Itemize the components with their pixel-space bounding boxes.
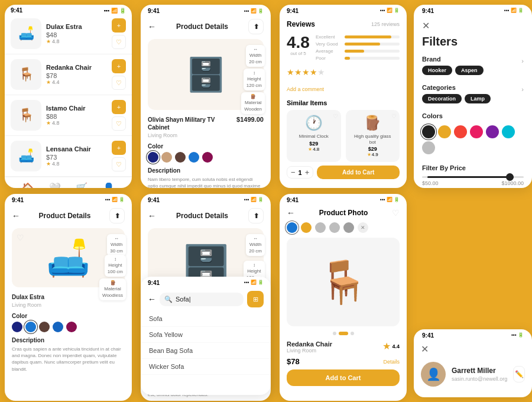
- profile-nav[interactable]: 👤: [103, 182, 115, 188]
- back-button-2[interactable]: ←: [12, 211, 20, 221]
- share-button[interactable]: ⬆: [248, 19, 264, 34]
- back-button-main[interactable]: ←: [148, 211, 156, 221]
- search-suggestion-item[interactable]: Wicker Sofa: [141, 359, 271, 375]
- add-to-cart-icon[interactable]: +: [112, 100, 126, 114]
- color-dot[interactable]: [25, 322, 36, 332]
- dimension-width: ↔Width20 cm: [246, 45, 265, 67]
- search-suggestion-item[interactable]: Sofa Yellow: [141, 327, 271, 343]
- brand-arrow[interactable]: ›: [521, 57, 524, 64]
- qty-plus[interactable]: +: [305, 168, 310, 176]
- share-button-main[interactable]: ⬆: [248, 208, 264, 223]
- brand-tag[interactable]: Hooker: [422, 66, 452, 75]
- product-image: 🗄️ ↔Width20 cm ↕Height120 cm 🪵MaterialWo…: [148, 39, 264, 110]
- profile-edit-button[interactable]: ✏️: [513, 366, 525, 382]
- product-name-2: Dulax Estra: [12, 293, 44, 301]
- wishlist-button[interactable]: ♡: [17, 233, 24, 242]
- photo-heart-button[interactable]: ♡: [392, 208, 400, 218]
- dot-1[interactable]: [333, 332, 336, 335]
- share-button-2[interactable]: ⬆: [109, 208, 125, 223]
- details-link[interactable]: Details: [383, 359, 400, 365]
- brand-tags: HookerAspen: [422, 66, 524, 75]
- color-filter-clear[interactable]: ✕: [358, 222, 368, 233]
- add-to-cart-button[interactable]: Add to Cart: [317, 166, 400, 179]
- color-dot[interactable]: [148, 152, 158, 163]
- prod-name: Redanka Chair: [287, 341, 332, 348]
- profile-close-button[interactable]: ✕: [421, 343, 429, 355]
- color-filter-dark-gray[interactable]: [343, 222, 354, 233]
- color-dot[interactable]: [175, 152, 186, 163]
- rating-number: 4.8: [287, 34, 310, 51]
- wishlist-icon[interactable]: ♡: [112, 35, 126, 49]
- reviews-title: Reviews: [287, 20, 315, 28]
- filter-color-dot[interactable]: [454, 125, 467, 138]
- add-comment-button[interactable]: Add a comment: [287, 86, 324, 92]
- home-nav[interactable]: 🏠: [22, 182, 34, 188]
- category-tag[interactable]: Lamp: [465, 94, 491, 103]
- filter-color-dot[interactable]: [502, 125, 515, 138]
- filter-color-dot[interactable]: [486, 125, 499, 138]
- prod-price: $78: [287, 357, 300, 366]
- color-dot[interactable]: [161, 152, 172, 163]
- similar-rating-val: 4.8: [313, 147, 319, 152]
- reviews-count: 125 reviews: [371, 21, 400, 27]
- filter-color-dot[interactable]: [422, 141, 435, 154]
- wishlist-icon[interactable]: ♡: [112, 157, 126, 171]
- cart-nav[interactable]: 🛒: [76, 182, 87, 188]
- close-button[interactable]: ✕: [422, 20, 430, 31]
- photo-header: ← Product Photo ♡: [280, 203, 407, 220]
- color-filter-gray2[interactable]: [329, 222, 340, 233]
- similar-item[interactable]: ♡ 🪵 High quality glass bot $29 ★ 4.9: [346, 110, 400, 162]
- list-item-info: Dulax Estra $48 ★ 4.8: [46, 23, 107, 44]
- color-dot[interactable]: [12, 322, 22, 332]
- add-to-cart-icon[interactable]: +: [112, 18, 126, 33]
- similar-heart-icon[interactable]: ♡: [391, 113, 397, 119]
- search-suggestion-item[interactable]: Sofa: [141, 311, 271, 327]
- heart-nav[interactable]: 🤍: [49, 182, 61, 188]
- qty-minus[interactable]: −: [291, 168, 296, 176]
- search-suggestion-item[interactable]: Bean Bag Sofa: [141, 343, 271, 359]
- add-to-cart-full-button[interactable]: Add to Cart: [287, 369, 400, 386]
- prod-sub: Living Room: [287, 348, 332, 354]
- color-filter-gray1[interactable]: [315, 222, 326, 233]
- filter-color-dot[interactable]: [422, 125, 435, 138]
- color-dot[interactable]: [39, 322, 50, 332]
- rating-label: out of 5: [287, 51, 310, 56]
- add-to-cart-icon[interactable]: +: [112, 59, 126, 73]
- color-filter-blue[interactable]: [287, 222, 297, 233]
- bar-fill: [345, 57, 350, 60]
- similar-item[interactable]: ♡ 🕐 Minimal Clock $29 ★ 4.8: [287, 110, 341, 162]
- wishlist-icon[interactable]: ♡: [112, 116, 126, 131]
- similar-heart-icon[interactable]: ♡: [333, 113, 338, 119]
- color-dots: [148, 152, 264, 163]
- search-input-wrap[interactable]: 🔍 Sofa|: [160, 293, 244, 306]
- similar-item-price: $29: [291, 141, 336, 147]
- brand-section: Brand › HookerAspen: [414, 52, 532, 80]
- color-dot[interactable]: [189, 152, 199, 163]
- list-item-img: 🪑: [11, 59, 41, 90]
- search-filter-button[interactable]: ⊞: [247, 291, 264, 307]
- list-item-name: Redanka Chair: [46, 64, 107, 71]
- filter-color-dot[interactable]: [470, 125, 483, 138]
- search-back-button[interactable]: ←: [148, 294, 156, 304]
- description-label-2: Description: [12, 337, 125, 343]
- similar-item-img: 🕐: [291, 115, 336, 131]
- color-dot[interactable]: [66, 322, 77, 332]
- dot-2[interactable]: [339, 332, 348, 335]
- wishlist-icon[interactable]: ♡: [112, 76, 126, 90]
- color-dot[interactable]: [202, 152, 213, 163]
- filter-color-dot[interactable]: [438, 125, 451, 138]
- brand-tag[interactable]: Aspen: [455, 66, 484, 75]
- back-button[interactable]: ←: [148, 22, 156, 31]
- color-dot[interactable]: [53, 322, 63, 332]
- photo-back-button[interactable]: ←: [287, 208, 295, 218]
- search-input[interactable]: Sofa|: [176, 296, 191, 303]
- dot-3[interactable]: [351, 332, 354, 335]
- rating-bar-row: Excellent: [316, 34, 400, 40]
- category-tag[interactable]: Decoration: [422, 94, 462, 103]
- product-detail-card-bottom: 9:41 ▪▪▪ 📶 🔋 ← Product Details ⬆ 🛋️ ↔Wid…: [5, 194, 132, 401]
- detail-title-main: Product Details: [176, 212, 228, 220]
- categories-arrow[interactable]: ›: [521, 86, 524, 93]
- add-to-cart-icon[interactable]: +: [112, 141, 126, 155]
- color-filter-gold[interactable]: [301, 222, 312, 233]
- price-slider[interactable]: [422, 176, 524, 178]
